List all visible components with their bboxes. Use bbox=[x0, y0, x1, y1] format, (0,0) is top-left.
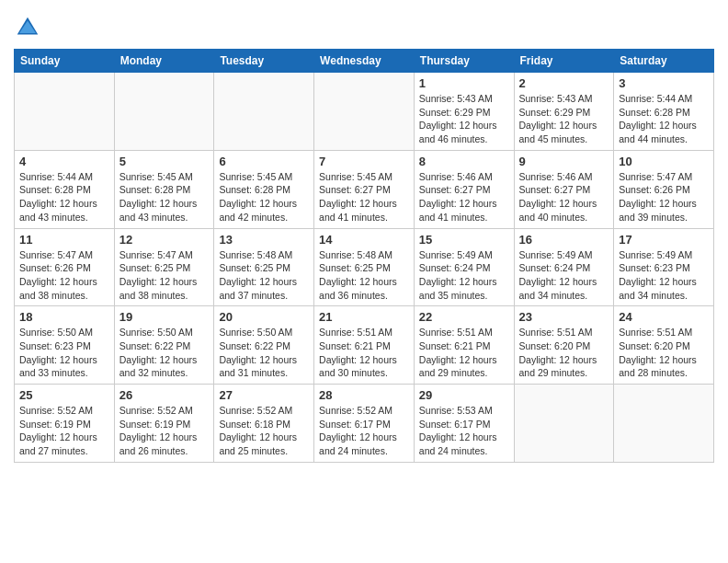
day-info: Sunrise: 5:51 AM Sunset: 6:21 PM Dayligh… bbox=[319, 326, 409, 380]
day-number: 7 bbox=[319, 155, 409, 168]
calendar-cell: 29Sunrise: 5:53 AM Sunset: 6:17 PM Dayli… bbox=[414, 385, 514, 463]
calendar-cell: 13Sunrise: 5:48 AM Sunset: 6:25 PM Dayli… bbox=[214, 228, 314, 306]
day-number: 20 bbox=[219, 310, 309, 324]
calendar-cell: 2Sunrise: 5:43 AM Sunset: 6:29 PM Daylig… bbox=[514, 73, 614, 151]
day-number: 28 bbox=[319, 388, 409, 402]
calendar-cell: 19Sunrise: 5:50 AM Sunset: 6:22 PM Dayli… bbox=[114, 306, 214, 385]
calendar-header: SundayMondayTuesdayWednesdayThursdayFrid… bbox=[15, 50, 714, 73]
calendar-cell: 23Sunrise: 5:51 AM Sunset: 6:20 PM Dayli… bbox=[514, 306, 614, 385]
day-number: 14 bbox=[319, 233, 409, 247]
day-info: Sunrise: 5:45 AM Sunset: 6:27 PM Dayligh… bbox=[319, 170, 409, 224]
day-info: Sunrise: 5:50 AM Sunset: 6:22 PM Dayligh… bbox=[119, 326, 210, 380]
day-number: 19 bbox=[119, 310, 210, 324]
weekday-header: Saturday bbox=[614, 50, 714, 73]
day-number: 22 bbox=[419, 310, 509, 324]
page-header bbox=[14, 9, 714, 41]
day-info: Sunrise: 5:45 AM Sunset: 6:28 PM Dayligh… bbox=[119, 170, 210, 224]
day-number: 1 bbox=[419, 76, 509, 90]
calendar-table: SundayMondayTuesdayWednesdayThursdayFrid… bbox=[14, 49, 714, 463]
day-info: Sunrise: 5:44 AM Sunset: 6:28 PM Dayligh… bbox=[19, 170, 109, 224]
calendar-cell: 11Sunrise: 5:47 AM Sunset: 6:26 PM Dayli… bbox=[15, 228, 115, 306]
day-info: Sunrise: 5:43 AM Sunset: 6:29 PM Dayligh… bbox=[419, 92, 509, 146]
calendar-cell: 15Sunrise: 5:49 AM Sunset: 6:24 PM Dayli… bbox=[414, 228, 514, 306]
calendar-cell: 25Sunrise: 5:52 AM Sunset: 6:19 PM Dayli… bbox=[15, 385, 115, 463]
day-number: 6 bbox=[219, 155, 309, 168]
calendar-cell: 3Sunrise: 5:44 AM Sunset: 6:28 PM Daylig… bbox=[614, 73, 714, 151]
day-number: 21 bbox=[319, 310, 409, 324]
day-number: 10 bbox=[619, 155, 709, 168]
calendar-cell: 4Sunrise: 5:44 AM Sunset: 6:28 PM Daylig… bbox=[15, 150, 115, 228]
calendar-cell: 18Sunrise: 5:50 AM Sunset: 6:23 PM Dayli… bbox=[15, 306, 115, 385]
day-info: Sunrise: 5:50 AM Sunset: 6:22 PM Dayligh… bbox=[219, 326, 309, 380]
day-number: 3 bbox=[619, 76, 709, 90]
day-info: Sunrise: 5:47 AM Sunset: 6:26 PM Dayligh… bbox=[619, 170, 709, 224]
calendar-cell: 9Sunrise: 5:46 AM Sunset: 6:27 PM Daylig… bbox=[514, 150, 614, 228]
day-number: 15 bbox=[419, 233, 509, 247]
calendar-cell: 14Sunrise: 5:48 AM Sunset: 6:25 PM Dayli… bbox=[314, 228, 415, 306]
calendar-cell: 27Sunrise: 5:52 AM Sunset: 6:18 PM Dayli… bbox=[214, 385, 314, 463]
day-number: 4 bbox=[19, 155, 109, 168]
day-number: 26 bbox=[119, 388, 210, 402]
day-info: Sunrise: 5:49 AM Sunset: 6:24 PM Dayligh… bbox=[519, 248, 609, 303]
day-number: 16 bbox=[519, 233, 609, 247]
day-number: 25 bbox=[19, 388, 109, 402]
day-info: Sunrise: 5:51 AM Sunset: 6:21 PM Dayligh… bbox=[419, 326, 509, 380]
calendar-cell bbox=[15, 73, 115, 151]
calendar-cell bbox=[114, 73, 214, 151]
weekday-header: Wednesday bbox=[314, 50, 415, 73]
day-info: Sunrise: 5:44 AM Sunset: 6:28 PM Dayligh… bbox=[619, 92, 709, 146]
calendar-cell bbox=[614, 385, 714, 463]
calendar-cell: 5Sunrise: 5:45 AM Sunset: 6:28 PM Daylig… bbox=[114, 150, 214, 228]
day-info: Sunrise: 5:47 AM Sunset: 6:25 PM Dayligh… bbox=[119, 248, 210, 303]
calendar-cell bbox=[214, 73, 314, 151]
weekday-header: Monday bbox=[114, 50, 214, 73]
logo bbox=[14, 14, 46, 41]
day-info: Sunrise: 5:47 AM Sunset: 6:26 PM Dayligh… bbox=[19, 248, 109, 303]
day-info: Sunrise: 5:52 AM Sunset: 6:19 PM Dayligh… bbox=[119, 404, 210, 458]
day-number: 9 bbox=[519, 155, 609, 168]
weekday-header: Friday bbox=[514, 50, 614, 73]
weekday-header: Thursday bbox=[414, 50, 514, 73]
calendar-cell: 22Sunrise: 5:51 AM Sunset: 6:21 PM Dayli… bbox=[414, 306, 514, 385]
day-info: Sunrise: 5:48 AM Sunset: 6:25 PM Dayligh… bbox=[219, 248, 309, 303]
day-number: 18 bbox=[19, 310, 109, 324]
day-info: Sunrise: 5:43 AM Sunset: 6:29 PM Dayligh… bbox=[519, 92, 609, 146]
day-info: Sunrise: 5:52 AM Sunset: 6:17 PM Dayligh… bbox=[319, 404, 409, 458]
calendar-cell: 6Sunrise: 5:45 AM Sunset: 6:28 PM Daylig… bbox=[214, 150, 314, 228]
day-info: Sunrise: 5:45 AM Sunset: 6:28 PM Dayligh… bbox=[219, 170, 309, 224]
calendar-cell: 28Sunrise: 5:52 AM Sunset: 6:17 PM Dayli… bbox=[314, 385, 415, 463]
day-number: 8 bbox=[419, 155, 509, 168]
calendar-cell: 26Sunrise: 5:52 AM Sunset: 6:19 PM Dayli… bbox=[114, 385, 214, 463]
day-number: 23 bbox=[519, 310, 609, 324]
calendar-cell bbox=[514, 385, 614, 463]
calendar-cell: 7Sunrise: 5:45 AM Sunset: 6:27 PM Daylig… bbox=[314, 150, 415, 228]
day-info: Sunrise: 5:53 AM Sunset: 6:17 PM Dayligh… bbox=[419, 404, 509, 458]
day-info: Sunrise: 5:52 AM Sunset: 6:18 PM Dayligh… bbox=[219, 404, 309, 458]
calendar-week-row: 4Sunrise: 5:44 AM Sunset: 6:28 PM Daylig… bbox=[15, 150, 714, 228]
weekday-header: Sunday bbox=[15, 50, 115, 73]
calendar-week-row: 1Sunrise: 5:43 AM Sunset: 6:29 PM Daylig… bbox=[15, 73, 714, 151]
day-info: Sunrise: 5:48 AM Sunset: 6:25 PM Dayligh… bbox=[319, 248, 409, 303]
day-number: 29 bbox=[419, 388, 509, 402]
calendar-cell bbox=[314, 73, 415, 151]
logo-icon bbox=[14, 14, 41, 41]
calendar-cell: 16Sunrise: 5:49 AM Sunset: 6:24 PM Dayli… bbox=[514, 228, 614, 306]
calendar-week-row: 25Sunrise: 5:52 AM Sunset: 6:19 PM Dayli… bbox=[15, 385, 714, 463]
calendar-cell: 12Sunrise: 5:47 AM Sunset: 6:25 PM Dayli… bbox=[114, 228, 214, 306]
day-info: Sunrise: 5:52 AM Sunset: 6:19 PM Dayligh… bbox=[19, 404, 109, 458]
calendar-cell: 20Sunrise: 5:50 AM Sunset: 6:22 PM Dayli… bbox=[214, 306, 314, 385]
day-number: 11 bbox=[19, 233, 109, 247]
calendar-cell: 8Sunrise: 5:46 AM Sunset: 6:27 PM Daylig… bbox=[414, 150, 514, 228]
calendar-cell: 10Sunrise: 5:47 AM Sunset: 6:26 PM Dayli… bbox=[614, 150, 714, 228]
calendar-body: 1Sunrise: 5:43 AM Sunset: 6:29 PM Daylig… bbox=[15, 73, 714, 463]
day-number: 27 bbox=[219, 388, 309, 402]
day-info: Sunrise: 5:49 AM Sunset: 6:23 PM Dayligh… bbox=[619, 248, 709, 303]
calendar-cell: 17Sunrise: 5:49 AM Sunset: 6:23 PM Dayli… bbox=[614, 228, 714, 306]
day-number: 24 bbox=[619, 310, 709, 324]
calendar-week-row: 18Sunrise: 5:50 AM Sunset: 6:23 PM Dayli… bbox=[15, 306, 714, 385]
calendar-cell: 24Sunrise: 5:51 AM Sunset: 6:20 PM Dayli… bbox=[614, 306, 714, 385]
weekday-header: Tuesday bbox=[214, 50, 314, 73]
day-info: Sunrise: 5:49 AM Sunset: 6:24 PM Dayligh… bbox=[419, 248, 509, 303]
calendar-cell: 21Sunrise: 5:51 AM Sunset: 6:21 PM Dayli… bbox=[314, 306, 415, 385]
day-number: 5 bbox=[119, 155, 210, 168]
